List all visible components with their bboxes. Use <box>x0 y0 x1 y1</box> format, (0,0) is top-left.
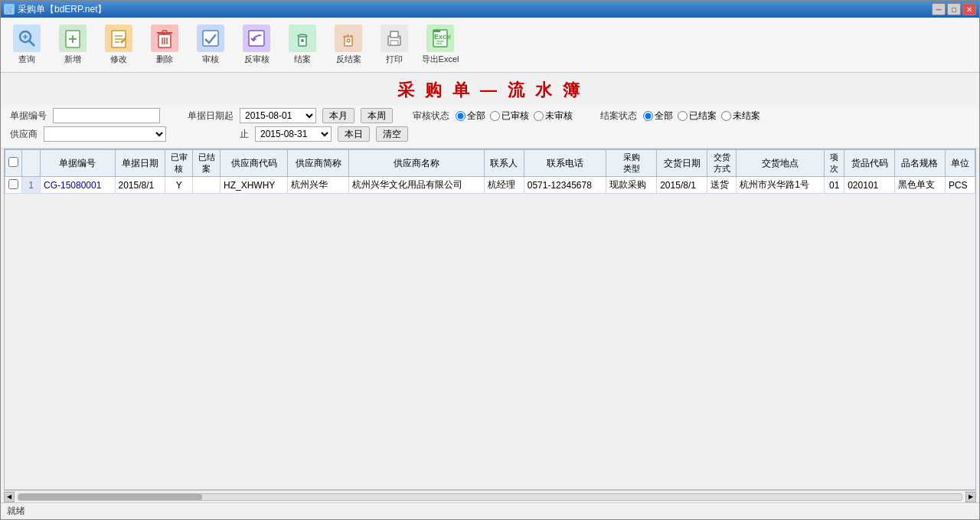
row-checkbox-cell[interactable] <box>5 177 22 194</box>
date-to-select[interactable]: 2015-08-31 <box>255 126 332 142</box>
row-supplier-short: 杭州兴华 <box>288 177 349 194</box>
unsettle-label: 反结案 <box>336 54 361 65</box>
audit-all-label: 全部 <box>467 110 485 123</box>
title-bar-left: 🛒 采购单【bdERP.net】 <box>4 3 107 16</box>
query-label: 查询 <box>18 54 35 65</box>
audit-unaudited-option[interactable]: 未审核 <box>534 110 573 123</box>
window-title: 采购单【bdERP.net】 <box>18 3 107 16</box>
table-wrapper: 单据编号 单据日期 已审核 已结案 供应商代码 供应商简称 供应商名称 联系人 … <box>4 149 976 490</box>
page-title: 采 购 单 — 流 水 簿 <box>397 80 583 100</box>
audit-all-option[interactable]: 全部 <box>456 110 485 123</box>
row-purchase-type: 现款采购 <box>606 177 657 194</box>
edit-label: 修改 <box>110 54 127 65</box>
row-priority: 01 <box>825 177 844 194</box>
svg-rect-21 <box>345 37 352 46</box>
row-supplier-code: HZ_XHWHY <box>220 177 288 194</box>
audit-button[interactable]: 审核 <box>191 22 230 68</box>
this-week-button[interactable]: 本周 <box>361 108 393 123</box>
new-label: 新增 <box>64 54 81 65</box>
row-phone: 0571-12345678 <box>524 177 606 194</box>
app-icon: 🛒 <box>4 4 15 15</box>
unaudit-label: 反审核 <box>244 54 270 65</box>
settle-unsettled-radio[interactable] <box>721 111 731 121</box>
svg-rect-28 <box>433 30 440 32</box>
table-row[interactable]: 1 CG-15080001 2015/8/1 Y HZ_XHWHY 杭州兴华 杭… <box>5 177 975 194</box>
filter-area: 单据编号 单据日期起 2015-08-01 本月 本周 审核状态 全部 已审核 <box>1 105 979 149</box>
main-window: 🛒 采购单【bdERP.net】 ─ □ ✕ 查询 <box>0 0 980 520</box>
th-checkbox <box>5 150 22 177</box>
supplier-label: 供应商 <box>10 128 38 141</box>
unsettle-button[interactable]: 反结案 <box>328 22 368 68</box>
edit-button[interactable]: 修改 <box>99 22 139 68</box>
audit-unaudited-radio[interactable] <box>534 111 544 121</box>
audit-radio-group: 全部 已审核 未审核 <box>456 110 573 123</box>
supplier-select[interactable] <box>44 126 166 142</box>
svg-point-20 <box>301 39 304 42</box>
filter-row-1: 单据编号 单据日期起 2015-08-01 本月 本周 审核状态 全部 已审核 <box>10 108 970 123</box>
page-title-area: 采 购 单 — 流 水 簿 <box>1 73 979 105</box>
row-delivery-date: 2015/8/1 <box>657 177 707 194</box>
th-supplier-name: 供应商名称 <box>348 150 484 177</box>
settle-unsettled-label: 未结案 <box>733 110 760 123</box>
unaudit-button[interactable]: 反审核 <box>237 22 276 68</box>
scroll-left-button[interactable]: ◀ <box>4 492 15 502</box>
scroll-right-button[interactable]: ▶ <box>965 492 976 502</box>
excel-icon: Excel <box>426 25 454 52</box>
maximize-button[interactable]: □ <box>947 3 961 15</box>
settle-all-option[interactable]: 全部 <box>643 110 673 123</box>
print-label: 打印 <box>386 54 403 65</box>
th-audited: 已审核 <box>165 150 193 177</box>
excel-button[interactable]: Excel 导出Excel <box>420 22 460 68</box>
new-button[interactable]: 新增 <box>53 22 93 68</box>
main-content: 单据编号 单据日期 已审核 已结案 供应商代码 供应商简称 供应商名称 联系人 … <box>1 149 979 502</box>
settle-label: 结案 <box>294 54 311 65</box>
scroll-track[interactable] <box>18 493 962 501</box>
row-contact: 杭经理 <box>484 177 524 194</box>
close-button[interactable]: ✕ <box>962 3 976 15</box>
scroll-thumb[interactable] <box>18 494 202 500</box>
svg-text:Excel: Excel <box>434 33 451 41</box>
settle-icon <box>289 25 316 52</box>
th-purchase-type: 采购类型 <box>606 150 657 177</box>
status-text: 就绪 <box>7 505 25 518</box>
clear-button[interactable]: 清空 <box>376 126 408 142</box>
filter-row-2: 供应商 止 2015-08-31 本日 清空 <box>10 126 970 142</box>
title-bar: 🛒 采购单【bdERP.net】 ─ □ ✕ <box>1 1 979 18</box>
audit-icon <box>197 25 224 52</box>
date-from-select[interactable]: 2015-08-01 <box>240 108 316 123</box>
audit-all-radio[interactable] <box>456 111 466 121</box>
settle-settled-option[interactable]: 已结案 <box>678 110 717 123</box>
settle-status-label: 结案状态 <box>600 110 637 123</box>
th-supplier-code: 供应商代码 <box>220 150 288 177</box>
query-button[interactable]: 查询 <box>7 22 47 68</box>
print-button[interactable]: 打印 <box>374 22 414 68</box>
settle-unsettled-option[interactable]: 未结案 <box>721 110 760 123</box>
doc-num-input[interactable] <box>53 108 160 123</box>
delete-button[interactable]: 删除 <box>145 22 185 68</box>
audit-audited-option[interactable]: 已审核 <box>490 110 529 123</box>
th-delivery-date: 交货日期 <box>657 150 707 177</box>
row-unit: PCS <box>945 177 975 194</box>
settle-settled-radio[interactable] <box>678 111 688 121</box>
th-priority: 项次 <box>825 150 844 177</box>
row-doc-date: 2015/8/1 <box>115 177 165 194</box>
audit-audited-radio[interactable] <box>490 111 500 121</box>
row-supplier-name: 杭州兴华文化用品有限公司 <box>348 177 484 194</box>
horizontal-scrollbar: ◀ ▶ <box>4 490 976 502</box>
row-checkbox[interactable] <box>8 179 18 189</box>
minimize-button[interactable]: ─ <box>932 3 946 15</box>
query-icon <box>13 25 41 52</box>
svg-rect-17 <box>203 31 218 46</box>
table-body: 1 CG-15080001 2015/8/1 Y HZ_XHWHY 杭州兴华 杭… <box>5 177 975 194</box>
this-month-button[interactable]: 本月 <box>322 108 354 123</box>
svg-point-26 <box>399 38 400 39</box>
unaudit-icon <box>243 25 270 52</box>
settle-all-radio[interactable] <box>643 111 653 121</box>
select-all-checkbox[interactable] <box>8 157 18 167</box>
excel-label: 导出Excel <box>422 54 459 65</box>
settle-button[interactable]: 结案 <box>283 22 322 68</box>
today-button[interactable]: 本日 <box>338 126 370 142</box>
row-product-spec: 黑色单支 <box>895 177 946 194</box>
th-num <box>22 150 41 177</box>
row-num: 1 <box>22 177 41 194</box>
